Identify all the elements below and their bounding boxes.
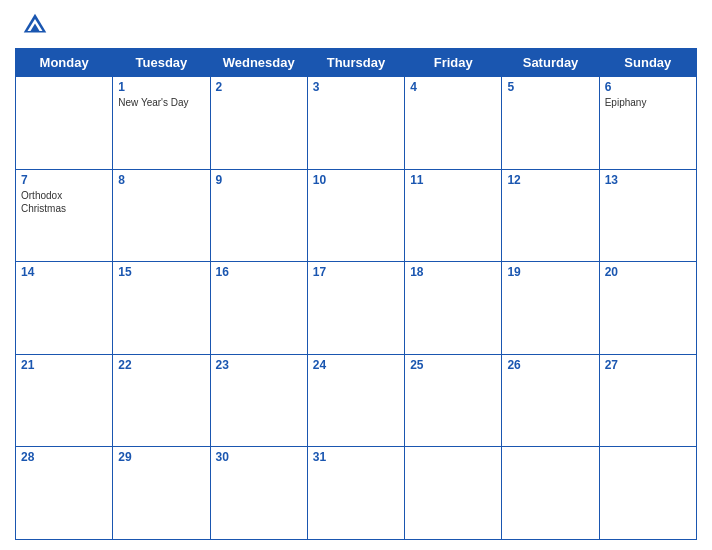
logo	[20, 10, 54, 40]
calendar-week-row: 7Orthodox Christmas8910111213	[16, 169, 697, 262]
calendar-cell: 8	[113, 169, 210, 262]
day-number: 26	[507, 358, 593, 372]
day-number: 31	[313, 450, 399, 464]
day-number: 18	[410, 265, 496, 279]
logo-icon	[20, 10, 50, 40]
calendar-week-row: 28293031	[16, 447, 697, 540]
weekday-row: MondayTuesdayWednesdayThursdayFridaySatu…	[16, 49, 697, 77]
day-number: 5	[507, 80, 593, 94]
day-number: 1	[118, 80, 204, 94]
day-number: 10	[313, 173, 399, 187]
calendar-cell: 26	[502, 354, 599, 447]
holiday-label: Orthodox Christmas	[21, 189, 107, 215]
day-number: 3	[313, 80, 399, 94]
calendar-cell: 28	[16, 447, 113, 540]
day-number: 11	[410, 173, 496, 187]
calendar-cell: 5	[502, 77, 599, 170]
day-number: 21	[21, 358, 107, 372]
day-number: 28	[21, 450, 107, 464]
calendar-week-row: 21222324252627	[16, 354, 697, 447]
day-number: 30	[216, 450, 302, 464]
calendar-cell	[16, 77, 113, 170]
day-number: 14	[21, 265, 107, 279]
calendar-cell: 15	[113, 262, 210, 355]
calendar-body: 1New Year's Day23456Epiphany7Orthodox Ch…	[16, 77, 697, 540]
calendar-cell: 21	[16, 354, 113, 447]
day-number: 15	[118, 265, 204, 279]
calendar-cell: 20	[599, 262, 696, 355]
calendar-cell: 2	[210, 77, 307, 170]
calendar-cell: 13	[599, 169, 696, 262]
day-number: 12	[507, 173, 593, 187]
calendar-cell: 11	[405, 169, 502, 262]
calendar-cell: 16	[210, 262, 307, 355]
day-number: 25	[410, 358, 496, 372]
calendar-cell	[599, 447, 696, 540]
day-number: 16	[216, 265, 302, 279]
calendar-table: MondayTuesdayWednesdayThursdayFridaySatu…	[15, 48, 697, 540]
weekday-header: Thursday	[307, 49, 404, 77]
calendar-cell: 1New Year's Day	[113, 77, 210, 170]
calendar-cell: 12	[502, 169, 599, 262]
calendar-cell	[405, 447, 502, 540]
calendar-cell: 9	[210, 169, 307, 262]
calendar-cell	[502, 447, 599, 540]
calendar-cell: 4	[405, 77, 502, 170]
calendar-cell: 30	[210, 447, 307, 540]
weekday-header: Tuesday	[113, 49, 210, 77]
calendar-cell: 7Orthodox Christmas	[16, 169, 113, 262]
calendar-cell: 10	[307, 169, 404, 262]
day-number: 8	[118, 173, 204, 187]
calendar-cell: 27	[599, 354, 696, 447]
calendar-cell: 3	[307, 77, 404, 170]
day-number: 7	[21, 173, 107, 187]
holiday-label: Epiphany	[605, 96, 691, 109]
day-number: 19	[507, 265, 593, 279]
day-number: 27	[605, 358, 691, 372]
calendar-cell: 24	[307, 354, 404, 447]
calendar-week-row: 14151617181920	[16, 262, 697, 355]
day-number: 29	[118, 450, 204, 464]
day-number: 17	[313, 265, 399, 279]
calendar-header	[15, 10, 697, 40]
day-number: 9	[216, 173, 302, 187]
calendar-cell: 14	[16, 262, 113, 355]
calendar-cell: 6Epiphany	[599, 77, 696, 170]
calendar-cell: 29	[113, 447, 210, 540]
calendar-cell: 23	[210, 354, 307, 447]
day-number: 4	[410, 80, 496, 94]
calendar-cell: 17	[307, 262, 404, 355]
weekday-header: Saturday	[502, 49, 599, 77]
day-number: 24	[313, 358, 399, 372]
calendar-cell: 19	[502, 262, 599, 355]
day-number: 20	[605, 265, 691, 279]
weekday-header: Monday	[16, 49, 113, 77]
calendar-cell: 31	[307, 447, 404, 540]
weekday-header: Friday	[405, 49, 502, 77]
day-number: 2	[216, 80, 302, 94]
day-number: 23	[216, 358, 302, 372]
calendar-week-row: 1New Year's Day23456Epiphany	[16, 77, 697, 170]
weekday-header: Wednesday	[210, 49, 307, 77]
calendar-cell: 25	[405, 354, 502, 447]
holiday-label: New Year's Day	[118, 96, 204, 109]
calendar-cell: 18	[405, 262, 502, 355]
day-number: 22	[118, 358, 204, 372]
calendar-cell: 22	[113, 354, 210, 447]
weekday-header: Sunday	[599, 49, 696, 77]
day-number: 6	[605, 80, 691, 94]
calendar-header-row: MondayTuesdayWednesdayThursdayFridaySatu…	[16, 49, 697, 77]
day-number: 13	[605, 173, 691, 187]
